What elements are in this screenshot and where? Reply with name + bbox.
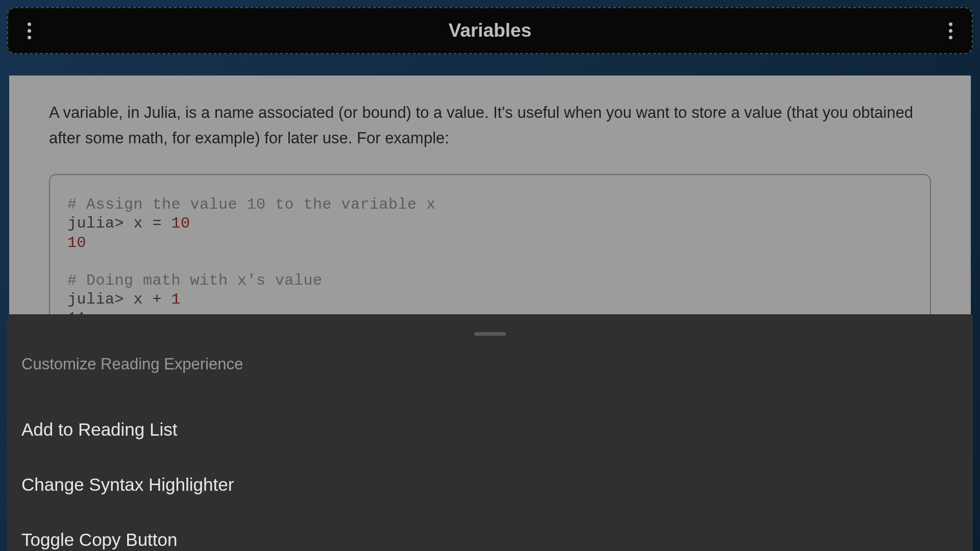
bottom-sheet: Customize Reading Experience Add to Read… [7, 314, 973, 551]
menu-left-icon[interactable] [22, 17, 36, 44]
sheet-option-change-syntax[interactable]: Change Syntax Highlighter [21, 457, 959, 512]
code-prompt: julia> x = [67, 215, 172, 232]
code-prompt: julia> x + [67, 291, 172, 308]
menu-right-icon[interactable] [944, 17, 958, 44]
sheet-option-add-reading-list[interactable]: Add to Reading List [21, 402, 959, 457]
sheet-option-toggle-copy[interactable]: Toggle Copy Button [21, 512, 959, 551]
code-number: 1 [172, 291, 181, 308]
page-title: Variables [449, 20, 532, 41]
intro-paragraph: A variable, in Julia, is a name associat… [49, 100, 931, 151]
code-result: 10 [67, 234, 86, 252]
drag-handle-icon[interactable] [474, 332, 506, 336]
code-number: 10 [172, 215, 190, 232]
code-comment: # Assign the value 10 to the variable x [67, 196, 436, 213]
sheet-content: Customize Reading Experience Add to Read… [7, 336, 973, 551]
sheet-title: Customize Reading Experience [21, 355, 959, 373]
code-comment: # Doing math with x's value [67, 272, 323, 289]
app-header: Variables [7, 7, 973, 54]
